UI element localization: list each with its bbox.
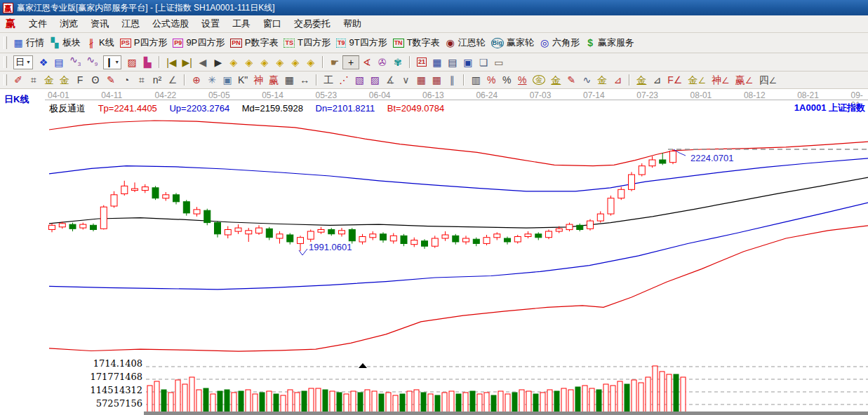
gold-angle-icon[interactable]: 金∠ — [685, 74, 709, 86]
info-doc-icon[interactable]: ▤ — [51, 56, 67, 69]
circle-cross-icon[interactable]: ⊕ — [189, 74, 204, 86]
sectors-button[interactable]: ▚板块 — [47, 36, 84, 50]
first-page-icon[interactable]: |◀ — [163, 56, 179, 69]
pattern-tool-icon[interactable]: ✾ — [390, 56, 406, 69]
ying-grid-icon[interactable]: 赢 — [266, 74, 281, 86]
winner-service-button[interactable]: $赢家服务 — [582, 36, 637, 50]
stat-bars-icon[interactable]: ▥ — [468, 74, 483, 86]
p-table-button[interactable]: PNP数字表 — [227, 36, 281, 50]
slash-lines-icon[interactable]: ∥ — [444, 74, 460, 86]
menu-item-7[interactable]: 窗口 — [257, 16, 288, 32]
angle-fan-icon[interactable]: ∠ — [165, 74, 180, 86]
ying-angle-icon[interactable]: 赢∠ — [733, 74, 756, 86]
gann-expand-all-icon[interactable]: ◈ — [303, 56, 319, 69]
n-square-icon[interactable]: n² — [149, 74, 165, 86]
toolbar-grip[interactable] — [4, 74, 7, 86]
notes-icon[interactable]: ▤ — [445, 56, 460, 69]
draw-pen-icon[interactable]: ✐ — [11, 74, 26, 86]
gann-ruler-icon[interactable]: ⌗ — [26, 74, 41, 86]
candle-style-selector-icon[interactable]: ❙▼ — [100, 55, 124, 70]
menu-item-3[interactable]: 江恩 — [115, 16, 146, 32]
menu-item-4[interactable]: 公式选股 — [146, 16, 195, 32]
overlay-web-icon[interactable]: ❖ — [36, 56, 51, 69]
hand-tool-icon[interactable]: ☛ — [327, 56, 342, 69]
last-page-icon[interactable]: ▶| — [180, 56, 195, 69]
p-square-button[interactable]: PSP四方形 — [117, 36, 171, 50]
gold-ruler-1-icon[interactable]: 金 — [41, 74, 57, 86]
menu-item-8[interactable]: 交易委托 — [288, 16, 337, 32]
toolbar-grip[interactable] — [4, 36, 7, 49]
t-square-button[interactable]: TST四方形 — [281, 36, 333, 50]
wave-3-icon[interactable]: ∿3 — [67, 53, 84, 71]
t-table-button[interactable]: TNT数字表 — [390, 36, 443, 50]
gold-ruler-2-icon[interactable]: 金 — [57, 74, 72, 86]
menu-item-1[interactable]: 浏览 — [53, 16, 84, 32]
fan-box-1-icon[interactable]: ▧ — [352, 74, 367, 86]
network-pc-icon[interactable]: ❏ — [476, 56, 491, 69]
gann-wheel-button[interactable]: ◉江恩轮 — [443, 36, 488, 50]
calculator-icon[interactable]: ▦ — [429, 56, 445, 69]
kline-button[interactable]: ∦K线 — [84, 36, 117, 50]
menu-item-6[interactable]: 工具 — [226, 16, 257, 32]
v-lines-icon[interactable]: ∨ — [398, 74, 413, 86]
histogram-icon[interactable]: ▙ — [140, 56, 155, 69]
menu-item-0[interactable]: 文件 — [22, 16, 53, 32]
horizontal-scrollbar[interactable] — [144, 411, 868, 415]
j-angle-icon[interactable]: ⊿ — [610, 74, 625, 86]
menu-item-2[interactable]: 资讯 — [84, 16, 115, 32]
percent-icon[interactable]: % — [499, 74, 514, 86]
price-grid-2-icon[interactable]: ▦ — [429, 74, 444, 86]
gann-shift-right-icon[interactable]: ◈ — [241, 56, 257, 69]
f-angle-icon[interactable]: F∠ — [665, 74, 685, 86]
remote-pc-icon[interactable]: ▭ — [491, 56, 507, 69]
red-brush-icon[interactable]: ✎ — [103, 74, 119, 86]
gann-compress-all-icon[interactable]: ◈ — [288, 56, 303, 69]
shen-grid-icon[interactable]: 神 — [251, 74, 266, 86]
toolbar-grip[interactable] — [4, 56, 7, 67]
wave-band-icon[interactable]: ∿ — [579, 74, 594, 86]
candle-style-selector[interactable]: ❙▼ — [103, 55, 121, 69]
t-square-tool-icon[interactable]: 工 — [321, 74, 336, 86]
percent-level-icon[interactable]: % — [514, 74, 530, 86]
prev-bar-icon[interactable]: ◀ — [195, 56, 211, 69]
time-cycle-icon[interactable]: ◔ — [119, 74, 134, 86]
title-bar[interactable]: 赢 赢家江恩专业版[赢家内部服务平台] - [上证指数 SH1A0001-111… — [0, 0, 868, 15]
quotes-button[interactable]: ▦行情 — [11, 36, 47, 50]
gold-levels-icon[interactable]: 金 — [548, 74, 563, 86]
brush-levels-icon[interactable]: ✎ — [563, 74, 579, 86]
period-selector[interactable]: 日▼ — [13, 55, 33, 69]
fib-ruler-icon[interactable]: F — [72, 74, 88, 86]
winner-wheel-button[interactable]: Big赢家轮 — [488, 36, 538, 50]
gann-compress-h-icon[interactable]: ◈ — [272, 56, 288, 69]
period-selector-icon[interactable]: 日▼ — [11, 55, 36, 70]
tick-ruler-icon[interactable]: ⌗ — [134, 74, 149, 86]
app-logo-icon[interactable]: 赢 — [3, 3, 13, 13]
spiral-icon[interactable]: ʘ — [88, 74, 103, 86]
save-icon[interactable]: ▣ — [460, 56, 476, 69]
gold-circle-icon[interactable]: 金 — [530, 74, 548, 86]
angle-lines-icon[interactable]: ∡ — [382, 74, 398, 86]
fan-lines-icon[interactable]: ⋰ — [336, 74, 352, 86]
gann-shift-left-icon[interactable]: ◈ — [226, 56, 241, 69]
star-web-icon[interactable]: ✳ — [204, 74, 220, 86]
percent-retrace-icon[interactable]: % — [483, 74, 499, 86]
price-grid-1-icon[interactable]: ▦ — [413, 74, 429, 86]
next-bar-icon[interactable]: ▶ — [211, 56, 226, 69]
fan-box-2-icon[interactable]: ▨ — [367, 74, 382, 86]
menu-item-5[interactable]: 设置 — [195, 16, 226, 32]
star-box-icon[interactable]: ▣ — [220, 74, 235, 86]
gold-base-angle-icon[interactable]: 金 — [634, 74, 649, 86]
9p-square-button[interactable]: P99P四方形 — [170, 36, 227, 50]
wave-9-icon[interactable]: ∿9 — [84, 53, 100, 71]
grid-123-icon[interactable]: ▦ — [281, 74, 297, 86]
gold-band-icon[interactable]: 金 — [594, 74, 610, 86]
crosshair-tool-icon[interactable]: + — [342, 55, 359, 69]
menu-item-9[interactable]: 帮助 — [337, 16, 368, 32]
9t-square-button[interactable]: T99T四方形 — [333, 36, 390, 50]
k-count-icon[interactable]: K" — [235, 74, 251, 86]
gann-expand-h-icon[interactable]: ◈ — [257, 56, 272, 69]
j-angle-2-icon[interactable]: ⊿ — [649, 74, 665, 86]
angle-measure-icon[interactable]: ∢ — [359, 56, 375, 69]
shen-angle-icon[interactable]: 神∠ — [709, 74, 733, 86]
h-measure-icon[interactable]: ↔ — [297, 74, 312, 86]
